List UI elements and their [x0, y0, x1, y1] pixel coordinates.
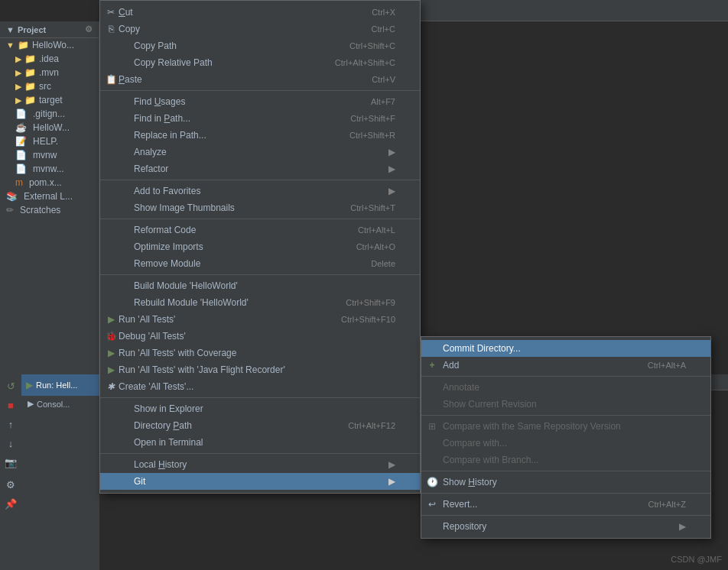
- menu-item-replace-path[interactable]: Replace in Path... Ctrl+Shift+R: [100, 127, 420, 144]
- menu-item-rebuild[interactable]: Rebuild Module 'HelloWorld' Ctrl+Shift+F…: [100, 294, 420, 311]
- menu-item-analyze[interactable]: Analyze ▶: [100, 144, 420, 160]
- gear-icon[interactable]: ⚙: [85, 24, 93, 34]
- project-item-hello[interactable]: ☕ HelloW...: [0, 121, 99, 134]
- refresh-button[interactable]: ↺: [2, 377, 19, 394]
- separator-2: [100, 180, 420, 180]
- menu-item-compare-with: Compare with...: [421, 435, 710, 452]
- project-item-mvnw[interactable]: 📄 mvnw: [0, 148, 99, 162]
- side-toolbar: ↺ ■ ↑ ↓ 📷 ⚙ 📌: [0, 374, 21, 570]
- menu-item-thumbnails[interactable]: Show Image Thumbnails Ctrl+Shift+T: [100, 199, 420, 216]
- menu-item-add[interactable]: + Add Ctrl+Alt+A: [421, 357, 710, 374]
- mvn-icon: 📁: [24, 67, 36, 78]
- menu-item-run-tests[interactable]: ▶ Run 'All Tests' Ctrl+Shift+F10: [100, 311, 420, 328]
- history-arrow: ▶: [388, 459, 395, 470]
- menu-item-show-history[interactable]: 🕐 Show History: [421, 474, 710, 491]
- project-header: ▼ Project ⚙: [0, 21, 99, 38]
- menu-item-coverage[interactable]: ▶ Run 'All Tests' with Coverage: [100, 345, 420, 361]
- idea-folder-icon: ▶: [15, 54, 21, 64]
- console-icon: ▶: [28, 399, 34, 409]
- menu-item-repository[interactable]: Repository ▶: [421, 518, 710, 535]
- compare-icon: ⊞: [426, 421, 438, 432]
- menu-item-git[interactable]: Git ▶: [100, 473, 420, 490]
- project-item-pom[interactable]: m pom.x...: [0, 176, 99, 189]
- menu-item-compare-branch: Compare with Branch...: [421, 452, 710, 468]
- separator-5: [100, 397, 420, 398]
- analyze-arrow: ▶: [388, 147, 395, 157]
- pom-icon: m: [15, 177, 23, 188]
- favorites-arrow: ▶: [388, 186, 395, 196]
- idea-icon: 📁: [24, 53, 36, 64]
- project-item-help[interactable]: 📝 HELP.: [0, 134, 99, 148]
- right-separator-2: [421, 415, 710, 416]
- menu-item-compare-same: ⊞ Compare with the Same Repository Versi…: [421, 418, 710, 435]
- coverage-icon: ▶: [105, 348, 117, 358]
- menu-item-debug-tests[interactable]: 🐞 Debug 'All Tests': [100, 328, 420, 345]
- menu-item-directory-path[interactable]: Directory Path Ctrl+Alt+F12: [100, 417, 420, 434]
- git-arrow: ▶: [388, 476, 395, 487]
- project-item-src[interactable]: ▶ 📁 src: [0, 79, 99, 93]
- separator-1: [100, 90, 420, 91]
- project-item-scratches[interactable]: ✏ Scratches: [0, 203, 99, 217]
- context-menu-left: ✂ Cut Ctrl+X ⎘ Copy Ctrl+C Copy Path Ctr…: [99, 0, 421, 494]
- menu-item-copy-path[interactable]: Copy Path Ctrl+Shift+C: [100, 37, 420, 54]
- run-play-icon: ▶: [26, 380, 33, 390]
- src-icon: 📁: [24, 81, 36, 92]
- menu-item-paste[interactable]: 📋 Paste Ctrl+V: [100, 71, 420, 88]
- project-item-idea[interactable]: ▶ 📁 .idea: [0, 52, 99, 66]
- menu-item-show-revision: Show Current Revision: [421, 396, 710, 413]
- library-icon: 📚: [6, 191, 18, 202]
- revert-icon: ↩: [426, 499, 438, 510]
- watermark: CSDN @JMF: [671, 555, 722, 564]
- paste-icon: 📋: [105, 74, 117, 85]
- create-icon: ✱: [105, 381, 117, 392]
- project-item-mvn[interactable]: ▶ 📁 .mvn: [0, 66, 99, 79]
- console-item[interactable]: ▶ Consol...: [21, 396, 99, 412]
- project-item-mvnw2[interactable]: 📄 mvnw...: [0, 162, 99, 176]
- menu-item-annotate: Annotate: [421, 379, 710, 396]
- menu-item-favorites[interactable]: Add to Favorites ▶: [100, 183, 420, 199]
- project-item-helloworld[interactable]: ▼ 📁 HelloWo...: [0, 38, 99, 52]
- right-separator-4: [421, 493, 710, 494]
- target-icon: 📁: [24, 95, 36, 105]
- run-label: Run: Hell...: [36, 381, 77, 390]
- run-panel-body: ▶ Consol...: [21, 396, 99, 570]
- mvnw-icon: 📄: [15, 150, 27, 160]
- project-folder-icon: ▼: [6, 40, 15, 50]
- scroll-up-button[interactable]: ↑: [2, 416, 19, 432]
- project-item-external[interactable]: 📚 External L...: [0, 189, 99, 203]
- menu-item-revert[interactable]: ↩ Revert... Ctrl+Alt+Z: [421, 496, 710, 513]
- menu-item-optimize[interactable]: Optimize Imports Ctrl+Alt+O: [100, 238, 420, 255]
- project-name-icon: 📁: [18, 40, 29, 50]
- repository-arrow: ▶: [679, 521, 686, 532]
- project-item-gitignore[interactable]: 📄 .gitign...: [0, 107, 99, 121]
- menu-item-remove-module[interactable]: Remove Module Delete: [100, 255, 420, 272]
- menu-item-build[interactable]: Build Module 'HelloWorld': [100, 277, 420, 294]
- menu-item-local-history[interactable]: Local History ▶: [100, 456, 420, 473]
- refactor-arrow: ▶: [388, 164, 395, 174]
- hello-icon: ☕: [15, 122, 27, 133]
- menu-item-reformat[interactable]: Reformat Code Ctrl+Alt+L: [100, 222, 420, 238]
- menu-item-copy-relative[interactable]: Copy Relative Path Ctrl+Alt+Shift+C: [100, 54, 420, 71]
- right-separator-3: [421, 471, 710, 471]
- mvn-folder-icon: ▶: [15, 68, 21, 78]
- pin-button[interactable]: 📌: [2, 495, 19, 512]
- menu-item-show-explorer[interactable]: Show in Explorer: [100, 400, 420, 417]
- settings-button[interactable]: ⚙: [2, 476, 19, 493]
- camera-button[interactable]: 📷: [2, 454, 19, 471]
- menu-item-cut[interactable]: ✂ Cut Ctrl+X: [100, 4, 420, 21]
- scroll-down-button[interactable]: ↓: [2, 435, 19, 452]
- clock-icon: 🕐: [426, 477, 438, 487]
- gitignore-icon: 📄: [15, 108, 27, 119]
- menu-item-jfr[interactable]: ▶ Run 'All Tests' with 'Java Flight Reco…: [100, 361, 420, 378]
- menu-item-find-usages[interactable]: Find Usages Alt+F7: [100, 93, 420, 110]
- menu-item-refactor[interactable]: Refactor ▶: [100, 160, 420, 177]
- menu-item-copy[interactable]: ⎘ Copy Ctrl+C: [100, 21, 420, 37]
- menu-item-commit-dir[interactable]: Commit Directory...: [421, 340, 710, 357]
- menu-item-find-path[interactable]: Find in Path... Ctrl+Shift+F: [100, 110, 420, 127]
- stop-button[interactable]: ■: [2, 397, 19, 413]
- project-item-target[interactable]: ▶ 📁 target: [0, 93, 99, 107]
- separator-4: [100, 274, 420, 275]
- run-panel-header: ▶ Run: Hell...: [21, 374, 99, 396]
- menu-item-create-tests[interactable]: ✱ Create 'All Tests'...: [100, 378, 420, 395]
- menu-item-open-terminal[interactable]: Open in Terminal: [100, 434, 420, 451]
